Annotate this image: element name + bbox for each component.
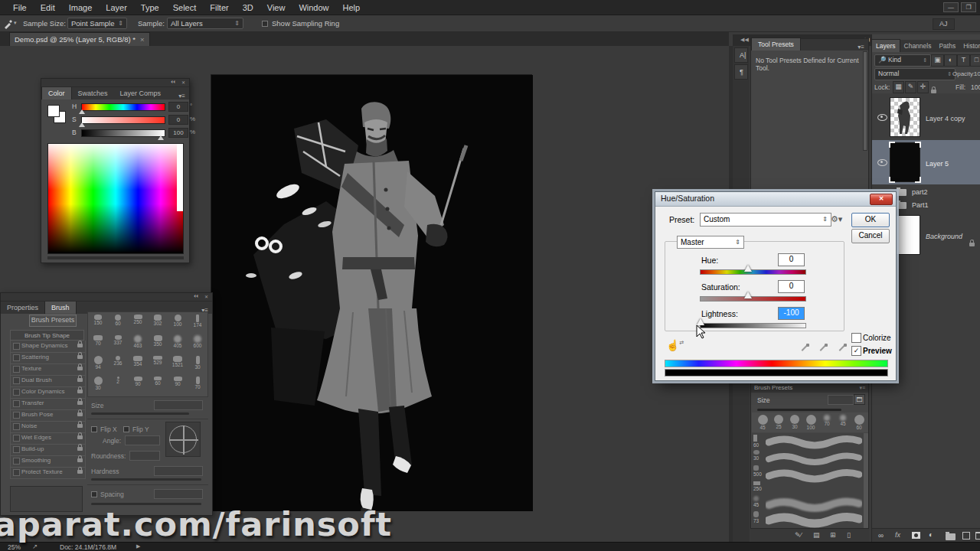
checkbox[interactable] [13,412,20,419]
menu-file[interactable]: File [6,0,34,15]
hue-input[interactable]: 0 [778,253,805,266]
lock-pixels-icon[interactable]: ✎ [905,81,916,93]
spacing-checkbox[interactable] [91,491,97,497]
checkbox[interactable] [13,469,20,476]
saturation-slider[interactable] [700,296,806,302]
layer-style-fx-icon[interactable]: fx [895,531,900,539]
option-color-dynamics[interactable]: Color Dynamics [10,386,86,399]
option-protect-texture[interactable]: Protect Texture [10,467,86,479]
tab-tool-presets[interactable]: Tool Presets [751,37,801,51]
size-value-box[interactable] [154,400,203,410]
targeted-adjustment-tool-icon[interactable]: ☝⇄ [666,339,684,351]
ok-button[interactable]: OK [851,213,890,227]
checkbox[interactable] [13,389,20,396]
close-panel-icon[interactable]: ✕ [204,294,208,299]
saturation-slider-thumb[interactable] [744,292,752,298]
spacing-value-box[interactable] [154,489,203,499]
option-brush-pose[interactable]: Brush Pose [10,409,86,422]
layer-name[interactable]: Layer 5 [926,160,949,168]
option-dual-brush[interactable]: Dual Brush [10,375,86,387]
brush-presets-header[interactable]: Brush Presets ▾≡ [751,383,868,393]
lock-icon[interactable] [77,401,83,405]
lock-icon[interactable] [77,367,83,370]
workspace-badge[interactable]: AJ [933,18,955,30]
group-name[interactable]: part2 [912,188,928,196]
lightness-slider[interactable] [700,323,806,328]
new-group-icon[interactable] [946,533,956,540]
flip-x-checkbox[interactable] [91,426,97,432]
option-transfer[interactable]: Transfer [10,398,86,410]
dialog-close-button[interactable]: ✕ [870,194,893,205]
layer-filter-dropdown[interactable]: 🔎 Kind ⇕ [874,54,931,67]
sample-size-dropdown[interactable]: Point Sample⇕ [67,18,127,29]
menu-type[interactable]: Type [134,0,166,15]
layer-name[interactable]: Background [926,233,962,240]
new-adjustment-layer-icon[interactable]: ◐ [929,530,933,539]
add-mask-icon[interactable] [912,532,920,539]
filter-adjustment-layers-icon[interactable]: ◐ [944,54,957,67]
option-shape-dynamics[interactable]: Shape Dynamics [10,341,86,353]
s-value[interactable]: 0 [168,115,188,125]
preset-options-gear-icon[interactable]: ⚙▾ [831,214,842,224]
paragraph-panel-icon[interactable]: ¶ [734,64,748,80]
layer-row-layer5-selected[interactable]: Layer 5 [872,140,980,184]
lock-icon[interactable] [77,470,83,474]
layer-thumbnail[interactable] [890,97,920,137]
sample-dropdown[interactable]: All Layers⇕ [167,18,243,29]
option-scattering[interactable]: Scattering [10,352,86,364]
checkbox[interactable] [13,354,20,361]
checkbox[interactable] [13,366,20,373]
eyedropper-icon[interactable] [799,343,809,354]
checkbox[interactable] [13,377,20,384]
option-smoothing[interactable]: Smoothing [10,455,86,468]
tab-layer-comps[interactable]: Layer Comps [114,87,168,99]
close-panel-icon[interactable]: ✕ [181,80,185,85]
checkbox[interactable] [13,400,20,407]
checkbox[interactable] [13,458,20,465]
tab-history[interactable]: History [959,40,980,52]
group-name[interactable]: Part1 [912,201,929,209]
lock-icon[interactable] [77,447,83,451]
canvas[interactable] [211,74,532,510]
lock-icon[interactable] [77,355,83,359]
lightness-input[interactable]: -100 [778,307,805,320]
s-slider[interactable] [81,116,165,124]
scrollbar[interactable] [864,433,868,528]
blend-mode-dropdown[interactable]: Normal ⇕ [874,68,956,80]
b-slider[interactable] [81,129,165,137]
doc-size-info[interactable]: Doc: 24.1M/176.8M [60,543,116,551]
hue-slider-thumb[interactable] [744,265,752,272]
panel-menu-icon[interactable]: ▾≡ [859,383,865,393]
menu-select[interactable]: Select [166,0,204,15]
brush-tip-shape-item[interactable]: Brush Tip Shape [10,330,84,341]
show-sampling-ring-checkbox[interactable] [262,21,268,27]
saturation-input[interactable]: 0 [778,280,805,293]
hardness-slider[interactable] [91,478,201,481]
option-noise[interactable]: Noise [10,421,86,433]
s-slider-thumb[interactable] [79,122,85,127]
restore-button[interactable]: ❐ [961,2,976,12]
checkbox[interactable] [13,435,20,442]
dialog-titlebar[interactable]: Hue/Saturation ✕ [655,192,896,207]
delete-brush-icon[interactable]: ▯ [847,531,851,539]
hue-slider[interactable] [700,269,806,275]
document-tab-close-icon[interactable]: × [140,33,145,46]
menu-help[interactable]: Help [336,0,368,15]
tab-color[interactable]: Color [41,86,72,99]
cancel-button[interactable]: Cancel [851,229,890,243]
character-panel-icon[interactable]: A| [734,47,748,63]
panel-menu-icon[interactable]: ▾≡ [854,44,868,51]
lock-position-icon[interactable]: ✛ [917,81,929,93]
eyedropper-tool-icon[interactable] [3,18,12,29]
lock-transparency-icon[interactable]: ▦ [893,81,904,93]
tool-preset-arrow-icon[interactable]: ▾ [14,20,17,26]
open-preset-manager-icon[interactable]: ▤ [813,531,820,539]
lock-icon[interactable] [77,390,83,393]
size-slider[interactable] [91,412,189,415]
angle-roundness-widget[interactable] [165,422,201,457]
option-texture[interactable]: Texture [10,364,86,376]
menu-window[interactable]: Window [292,0,335,15]
channel-dropdown[interactable]: Master ⇕ [677,236,744,249]
h-slider-thumb[interactable] [79,109,85,114]
layer-thumbnail[interactable] [890,142,920,182]
